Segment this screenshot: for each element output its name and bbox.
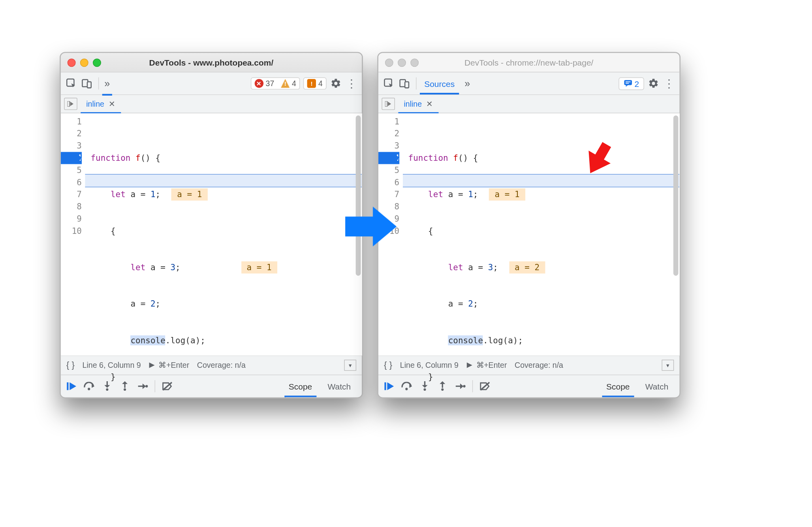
- inline-value: a = 1: [489, 188, 525, 201]
- line-number[interactable]: 2: [378, 128, 399, 140]
- svg-point-5: [88, 388, 90, 390]
- main-toolbar: » ✕ 37 ! 4 ! 4 ⋮: [61, 72, 362, 95]
- main-toolbar: Sources » 2 ⋮: [378, 72, 679, 95]
- window-title: DevTools - chrome://new-tab-page/: [378, 58, 679, 67]
- settings-gear-icon[interactable]: [647, 77, 660, 90]
- pretty-print-icon[interactable]: { }: [66, 360, 75, 370]
- titlebar[interactable]: DevTools - www.photopea.com/: [61, 53, 362, 72]
- debug-panes: Scope Watch: [598, 375, 676, 397]
- status-badges: ✕ 37 ! 4 ! 4: [251, 77, 327, 90]
- line-number[interactable]: 1: [378, 115, 399, 128]
- tab-inline[interactable]: inline ✕: [398, 95, 438, 113]
- line-number[interactable]: 3: [378, 140, 399, 152]
- warnings-count: 4: [292, 79, 296, 88]
- show-navigator-icon[interactable]: [64, 98, 77, 110]
- svg-rect-13: [625, 81, 630, 82]
- line-number[interactable]: 7: [61, 188, 82, 201]
- pane-scope[interactable]: Scope: [598, 375, 637, 397]
- debug-panes: Scope Watch: [281, 375, 359, 397]
- line-number[interactable]: 10: [61, 225, 82, 237]
- svg-rect-12: [624, 80, 632, 85]
- line-number[interactable]: 7: [378, 188, 399, 201]
- line-number[interactable]: 9: [61, 213, 82, 225]
- pane-watch[interactable]: Watch: [320, 375, 359, 397]
- resume-button[interactable]: [64, 378, 79, 394]
- error-icon: ✕: [255, 79, 263, 88]
- pretty-print-icon[interactable]: { }: [384, 360, 392, 370]
- line-number[interactable]: 3: [61, 140, 82, 152]
- svg-rect-11: [405, 82, 409, 88]
- close-tab-icon[interactable]: ✕: [426, 100, 433, 108]
- issues-badge[interactable]: ! 4: [303, 77, 326, 90]
- show-navigator-icon[interactable]: [382, 98, 395, 110]
- svg-point-17: [405, 388, 408, 390]
- transition-arrow-icon: [342, 204, 392, 248]
- warning-icon: !: [281, 79, 289, 88]
- inspect-element-icon[interactable]: [65, 77, 77, 90]
- inspect-element-icon[interactable]: [383, 77, 395, 90]
- line-number-execution[interactable]: 4: [378, 152, 399, 164]
- separator: [416, 77, 416, 90]
- svg-rect-16: [384, 382, 386, 390]
- line-number[interactable]: 6: [378, 176, 399, 188]
- window-title: DevTools - www.photopea.com/: [61, 58, 362, 67]
- code-body[interactable]: function f() { let a = 1;a = 1 { let a =…: [403, 113, 680, 356]
- line-number[interactable]: 8: [61, 201, 82, 213]
- pane-scope[interactable]: Scope: [281, 375, 320, 397]
- code-body[interactable]: function f() { let a = 1;a = 1 { let a =…: [85, 113, 362, 356]
- scrollbar[interactable]: [356, 115, 361, 276]
- more-tabs-icon[interactable]: »: [464, 78, 470, 89]
- scrollbar[interactable]: [673, 115, 679, 276]
- tab-label: inline: [86, 100, 104, 108]
- kebab-menu-icon[interactable]: ⋮: [345, 77, 357, 90]
- source-editor[interactable]: 1 2 3 4 5 6 7 8 9 10 function f() { let …: [61, 113, 362, 356]
- issue-icon: !: [307, 79, 316, 88]
- errors-warnings-badge[interactable]: ✕ 37 ! 4: [251, 77, 300, 90]
- line-number[interactable]: 6: [61, 176, 82, 188]
- line-number[interactable]: 1: [61, 115, 82, 128]
- line-number[interactable]: 5: [61, 164, 82, 176]
- tab-sources[interactable]: Sources: [422, 79, 457, 88]
- titlebar[interactable]: DevTools - chrome://new-tab-page/: [378, 53, 679, 72]
- devtools-window-right: DevTools - chrome://new-tab-page/ Source…: [377, 52, 680, 398]
- source-tabbar: inline ✕: [61, 95, 362, 113]
- source-tabbar: inline ✕: [378, 95, 679, 113]
- line-number[interactable]: 2: [61, 128, 82, 140]
- kebab-menu-icon[interactable]: ⋮: [663, 77, 675, 90]
- more-tabs-icon[interactable]: »: [104, 78, 110, 89]
- line-number-execution[interactable]: 4: [61, 152, 82, 164]
- svg-rect-4: [67, 382, 68, 390]
- line-gutter[interactable]: 1 2 3 4 5 6 7 8 9 10: [61, 113, 85, 356]
- execution-line-highlight: [85, 174, 362, 188]
- separator: [98, 77, 99, 90]
- tab-label: inline: [404, 100, 422, 108]
- svg-rect-2: [87, 82, 91, 88]
- devtools-window-left: DevTools - www.photopea.com/ » ✕ 37 ! 4: [60, 52, 363, 398]
- svg-rect-14: [625, 83, 628, 84]
- svg-rect-15: [385, 101, 387, 107]
- messages-count: 2: [635, 79, 639, 88]
- inline-value: a = 2: [509, 262, 545, 274]
- pane-watch[interactable]: Watch: [637, 375, 676, 397]
- svg-rect-3: [68, 101, 70, 107]
- resume-button[interactable]: [382, 378, 397, 394]
- inline-value: a = 1: [241, 262, 277, 274]
- device-toggle-icon[interactable]: [81, 77, 93, 90]
- source-editor[interactable]: 1 2 3 4 5 6 7 8 9 10 function f() { let …: [378, 113, 679, 356]
- settings-gear-icon[interactable]: [330, 77, 342, 90]
- device-toggle-icon[interactable]: [398, 77, 410, 90]
- line-number[interactable]: 5: [378, 164, 399, 176]
- annotation-arrow-icon: [580, 138, 619, 177]
- close-tab-icon[interactable]: ✕: [109, 100, 115, 108]
- inline-value: a = 1: [171, 188, 207, 201]
- message-icon: [624, 79, 632, 87]
- tab-inline[interactable]: inline ✕: [81, 95, 121, 113]
- execution-line-highlight: [403, 174, 680, 188]
- issues-count: 4: [318, 79, 323, 88]
- messages-badge[interactable]: 2: [618, 77, 644, 90]
- errors-count: 37: [266, 79, 274, 88]
